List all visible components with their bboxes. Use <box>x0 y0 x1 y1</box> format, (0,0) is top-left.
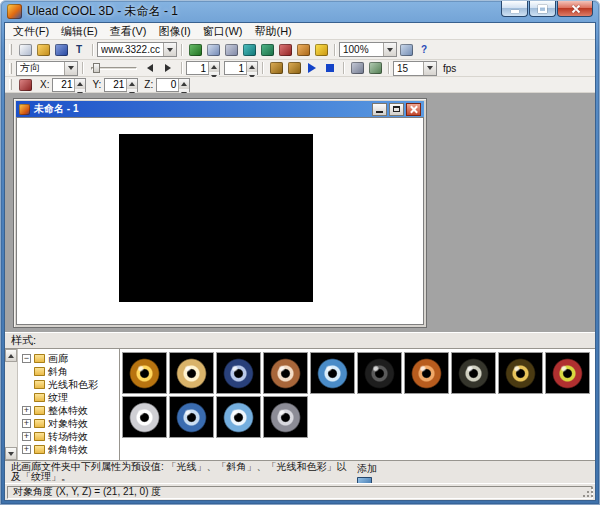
step-spinner[interactable]: 1 <box>224 61 258 75</box>
spin-up-icon[interactable] <box>209 62 219 72</box>
studio-icon[interactable] <box>276 42 294 58</box>
spin-up-icon[interactable] <box>179 79 189 89</box>
fps-combo-dropdown-icon[interactable] <box>423 62 436 75</box>
gallery-item[interactable] <box>169 352 214 394</box>
new-icon[interactable] <box>16 42 34 58</box>
save-icon[interactable] <box>52 42 70 58</box>
toolbar-grip[interactable] <box>9 63 12 74</box>
gallery-item[interactable] <box>498 352 543 394</box>
gallery-item[interactable] <box>216 352 261 394</box>
step-spinner-buttons[interactable] <box>246 62 257 74</box>
maximize-button[interactable] <box>529 1 556 17</box>
window-layout-icon[interactable] <box>397 42 415 58</box>
x-spinner-buttons[interactable] <box>74 79 85 91</box>
document-window[interactable]: 未命名 - 1 <box>13 98 427 328</box>
edit-text-icon[interactable] <box>204 42 222 58</box>
url-combo[interactable]: www.3322.cc <box>97 42 177 57</box>
texture-dialog-icon[interactable] <box>240 42 258 58</box>
doc-close-button[interactable] <box>406 103 421 116</box>
toolbar-grip[interactable] <box>9 44 12 55</box>
frame-spinner[interactable]: 1 <box>186 61 220 75</box>
y-spinner[interactable]: 21 <box>104 78 138 92</box>
object-rotation-mode-icon[interactable] <box>16 77 34 93</box>
menu-item[interactable]: 文件(F) <box>7 23 55 40</box>
document-title-bar[interactable]: 未命名 - 1 <box>16 101 424 117</box>
export-video-icon[interactable] <box>366 60 384 76</box>
frame-spinner-buttons[interactable] <box>208 62 219 74</box>
gallery-item[interactable] <box>216 396 261 438</box>
spin-up-icon[interactable] <box>75 79 85 89</box>
resize-grip[interactable] <box>591 495 593 497</box>
timeline-slider-thumb[interactable] <box>93 63 100 73</box>
help-icon[interactable]: ? <box>415 42 433 58</box>
collapse-icon[interactable]: − <box>22 354 31 363</box>
expand-icon[interactable]: + <box>22 445 31 454</box>
color-dialog-icon[interactable] <box>258 42 276 58</box>
gallery-item[interactable] <box>310 352 355 394</box>
menu-item[interactable]: 编辑(E) <box>55 23 104 40</box>
x-spinner[interactable]: 21 <box>52 78 86 92</box>
menu-item[interactable]: 查看(V) <box>104 23 153 40</box>
fps-combo[interactable]: 15 <box>393 61 437 76</box>
gallery-item[interactable] <box>122 396 167 438</box>
spin-up-icon[interactable] <box>247 62 257 72</box>
gallery-item[interactable] <box>122 352 167 394</box>
expand-icon[interactable]: + <box>22 432 31 441</box>
tree-item[interactable]: +斜角特效 <box>20 443 119 456</box>
render-canvas[interactable] <box>119 134 313 302</box>
z-spinner[interactable]: 0 <box>156 78 190 92</box>
open-icon[interactable] <box>34 42 52 58</box>
tree-item[interactable]: 斜角 <box>20 365 119 378</box>
url-combo-dropdown-icon[interactable] <box>163 43 176 56</box>
y-spinner-buttons[interactable] <box>126 79 137 91</box>
scroll-down-icon[interactable] <box>5 447 17 460</box>
next-frame-icon[interactable] <box>159 60 177 76</box>
minimize-icon <box>511 10 519 13</box>
menu-item[interactable]: 窗口(W) <box>197 23 249 40</box>
export-icon[interactable] <box>294 42 312 58</box>
doc-restore-button[interactable] <box>389 103 404 116</box>
direction-combo-dropdown-icon[interactable] <box>64 62 77 75</box>
snapshot-icon[interactable] <box>222 42 240 58</box>
gallery-item[interactable] <box>545 352 590 394</box>
gallery-item[interactable] <box>404 352 449 394</box>
light-icon[interactable] <box>312 42 330 58</box>
toolbar-grip[interactable] <box>9 79 12 90</box>
title-bar[interactable]: Ulead COOL 3D - 未命名 - 1 <box>0 0 600 22</box>
prev-frame-icon[interactable] <box>141 60 159 76</box>
tree-scrollbar[interactable] <box>5 349 18 460</box>
scroll-up-icon[interactable] <box>5 349 17 362</box>
stop-button[interactable] <box>321 60 339 76</box>
tree-item[interactable]: +整体特效 <box>20 404 119 417</box>
zoom-combo-dropdown-icon[interactable] <box>383 43 396 56</box>
spin-up-icon[interactable] <box>127 79 137 89</box>
render-animation-icon[interactable] <box>348 60 366 76</box>
close-button[interactable] <box>557 1 593 17</box>
menu-item[interactable]: 帮助(H) <box>249 23 298 40</box>
tree-item[interactable]: 纹理 <box>20 391 119 404</box>
gallery-item[interactable] <box>263 396 308 438</box>
gallery-item[interactable] <box>357 352 402 394</box>
play-button[interactable] <box>303 60 321 76</box>
gallery-item[interactable] <box>263 352 308 394</box>
menu-item[interactable]: 图像(I) <box>152 23 196 40</box>
tree-item[interactable]: +对象特效 <box>20 417 119 430</box>
tree-item[interactable]: −画廊 <box>20 352 119 365</box>
insert-graphics-icon[interactable] <box>186 42 204 58</box>
insert-text-icon[interactable]: T <box>70 42 88 58</box>
expand-icon[interactable]: + <box>22 406 31 415</box>
timeline-slider[interactable] <box>91 63 137 73</box>
tree-item[interactable]: 光线和色彩 <box>20 378 119 391</box>
rotate-cw-icon[interactable] <box>285 60 303 76</box>
z-spinner-buttons[interactable] <box>178 79 189 91</box>
zoom-combo[interactable]: 100% <box>339 42 397 57</box>
expand-icon[interactable]: + <box>22 419 31 428</box>
minimize-button[interactable] <box>501 1 528 17</box>
rotate-ccw-icon[interactable] <box>267 60 285 76</box>
direction-combo[interactable]: 方向 <box>16 61 78 76</box>
scrollbar-track[interactable] <box>5 362 17 447</box>
tree-item[interactable]: +转场特效 <box>20 430 119 443</box>
doc-minimize-button[interactable] <box>372 103 387 116</box>
gallery-item[interactable] <box>451 352 496 394</box>
gallery-item[interactable] <box>169 396 214 438</box>
